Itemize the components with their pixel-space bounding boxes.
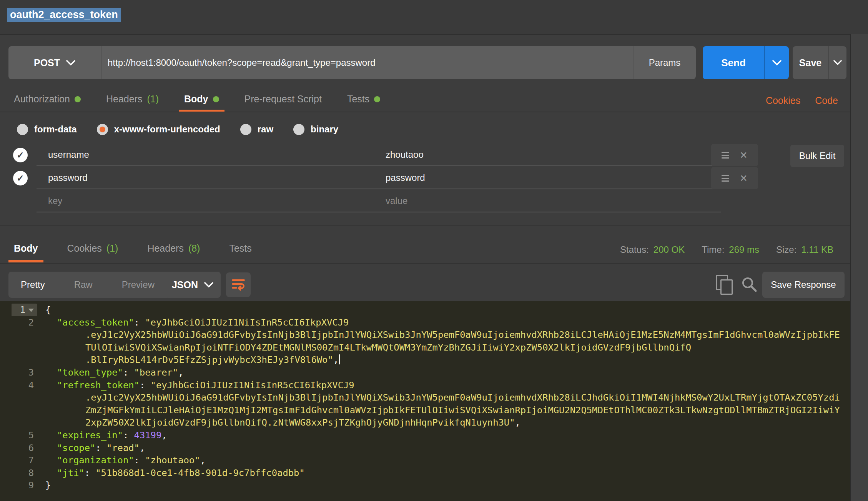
param-value-input[interactable]: password: [375, 167, 721, 189]
view-mode-preview[interactable]: Preview: [122, 279, 155, 290]
tab-label: Headers: [106, 94, 143, 105]
radio-button-icon: [293, 124, 304, 135]
request-tab-pre-request-script[interactable]: Pre-request Script: [239, 89, 327, 112]
param-value-input[interactable]: value: [375, 190, 721, 212]
code-line: TUlOIiwiSVQiXSwianRpIjoiNTFiODY4ZDEtMGNl…: [0, 341, 850, 354]
request-tabs: AuthorizationHeaders(1)BodyPre-request S…: [8, 89, 386, 112]
request-name-selected-text[interactable]: oauth2_access_token: [7, 8, 121, 22]
body-mode-raw[interactable]: raw: [240, 124, 273, 135]
code-line: .eyJ1c2VyX25hbWUiOiJ6aG91dGFvbyIsInNjb3B…: [0, 391, 850, 404]
line-number: 1: [12, 304, 37, 316]
method-select[interactable]: POST: [8, 46, 101, 79]
line-number: 3: [12, 366, 37, 379]
body-mode-radios: form-datax-www-form-urlencodedrawbinary: [17, 121, 338, 138]
row-actions: ✕: [711, 144, 758, 166]
wrap-text-button[interactable]: [226, 272, 251, 297]
divider: [0, 112, 850, 112]
save-label: Save: [793, 46, 828, 79]
body-mode-form-data[interactable]: form-data: [17, 124, 77, 135]
url-input[interactable]: http://host1:8000/oauth/token?scope=read…: [101, 46, 633, 79]
param-key-input[interactable]: username: [37, 144, 375, 166]
view-mode-raw[interactable]: Raw: [74, 279, 93, 290]
drag-handle-icon[interactable]: [722, 174, 729, 183]
line-number-gutter: 5: [0, 429, 37, 442]
row-actions: ✕: [711, 167, 758, 189]
line-number: 4: [12, 379, 37, 392]
response-tabs: BodyCookies(1)Headers(8)Tests: [8, 237, 257, 262]
line-number: 2: [12, 316, 37, 329]
fold-caret-icon[interactable]: [28, 309, 34, 312]
view-mode-pretty[interactable]: Pretty: [21, 279, 45, 290]
green-dot-icon: [75, 96, 81, 102]
line-number-gutter: 3: [0, 366, 37, 379]
response-tab-cookies[interactable]: Cookies(1): [62, 237, 124, 262]
green-dot-icon: [374, 96, 380, 102]
meta-value: 200 OK: [653, 244, 685, 255]
code-line: .eyJ1c2VyX25hbWUiOiJ6aG91dGFvbyIsInNjb3B…: [0, 329, 850, 341]
row-checkbox[interactable]: ✓: [13, 148, 28, 162]
code-line: 2"access_token": "eyJhbGciOiJIUzI1NiIsIn…: [0, 316, 850, 329]
body-mode-label: form-data: [34, 124, 77, 135]
line-number-gutter: 8: [0, 467, 37, 479]
line-number-gutter: [0, 354, 37, 366]
meta-label: Status:: [620, 244, 649, 255]
param-row: ✓usernamezhoutaoo✕: [8, 144, 847, 167]
save-options-button[interactable]: [828, 46, 846, 79]
copy-response-button[interactable]: [716, 275, 733, 295]
param-key-input[interactable]: password: [37, 167, 375, 189]
response-meta: Status:200 OKTime:269 msSize:1.11 KB: [620, 237, 833, 262]
remove-row-icon[interactable]: ✕: [740, 173, 748, 184]
search-response-button[interactable]: [740, 276, 758, 293]
code-link[interactable]: Code: [815, 95, 838, 106]
language-label: JSON: [172, 279, 198, 291]
line-number-gutter: 9: [0, 479, 37, 492]
params-button[interactable]: Params: [633, 46, 696, 79]
response-tab-tests[interactable]: Tests: [224, 237, 257, 262]
code-line: 3"token_type": "bearer",: [0, 366, 850, 379]
response-tab-body[interactable]: Body: [8, 237, 43, 262]
url-bar: POST http://host1:8000/oauth/token?scope…: [8, 46, 696, 79]
row-checkbox[interactable]: ✓: [13, 171, 28, 185]
bulk-edit-button[interactable]: Bulk Edit: [790, 145, 844, 167]
line-number-gutter: [0, 391, 37, 404]
divider: [0, 225, 850, 225]
line-number-gutter: [0, 341, 37, 354]
postman-window: oauth2_access_token POST http://host1:80…: [0, 0, 868, 501]
param-value-input[interactable]: zhoutaoo: [375, 144, 721, 166]
line-number: 6: [12, 442, 37, 454]
green-dot-icon: [213, 96, 219, 102]
language-select[interactable]: JSON: [165, 272, 221, 298]
request-tab-authorization[interactable]: Authorization: [8, 89, 86, 112]
body-mode-x-www-form-urlencoded[interactable]: x-www-form-urlencoded: [97, 124, 220, 135]
send-button[interactable]: Send: [703, 46, 789, 79]
code-line-text: .BlIryRbSL414rDv5EfzZSjpjvWybcX3hEJy3fV8…: [37, 354, 850, 366]
request-tab-tests[interactable]: Tests: [342, 89, 386, 112]
chevron-down-icon: [66, 60, 75, 66]
save-button[interactable]: Save: [793, 46, 846, 79]
code-line-text: "expires_in": 43199,: [37, 429, 850, 442]
request-tab-headers[interactable]: Headers(1): [101, 89, 164, 112]
response-body-editor[interactable]: 1{2"access_token": "eyJhbGciOiJIUzI1NiIs…: [0, 301, 850, 501]
response-meta-item: Time:269 ms: [702, 244, 759, 255]
radio-button-icon: [240, 124, 251, 135]
code-line-text: {: [37, 304, 850, 316]
line-number-gutter: 1: [0, 304, 37, 316]
tab-label: Body: [14, 243, 38, 254]
response-view-modes: PrettyRawPreview: [8, 272, 170, 298]
line-number: 7: [12, 454, 37, 467]
wrap-text-icon: [231, 277, 246, 292]
code-line: ZmZjMGFkYmIiLCJleHAiOjE1MzQ1MjI2MTgsImF1…: [0, 404, 850, 417]
request-tab-body[interactable]: Body: [179, 89, 224, 112]
drag-handle-icon[interactable]: [722, 150, 729, 160]
code-line-text: TUlOIiwiSVQiXSwianRpIjoiNTFiODY4ZDEtMGNl…: [37, 341, 850, 354]
response-tab-headers[interactable]: Headers(8): [142, 237, 205, 262]
send-options-button[interactable]: [764, 46, 789, 79]
divider: [0, 263, 850, 264]
param-key-input[interactable]: key: [37, 190, 375, 212]
body-mode-binary[interactable]: binary: [293, 124, 338, 135]
line-number: 8: [12, 467, 37, 479]
cookies-link[interactable]: Cookies: [766, 95, 800, 106]
save-response-button[interactable]: Save Response: [762, 272, 845, 298]
search-icon: [740, 276, 758, 293]
remove-row-icon[interactable]: ✕: [740, 150, 748, 161]
